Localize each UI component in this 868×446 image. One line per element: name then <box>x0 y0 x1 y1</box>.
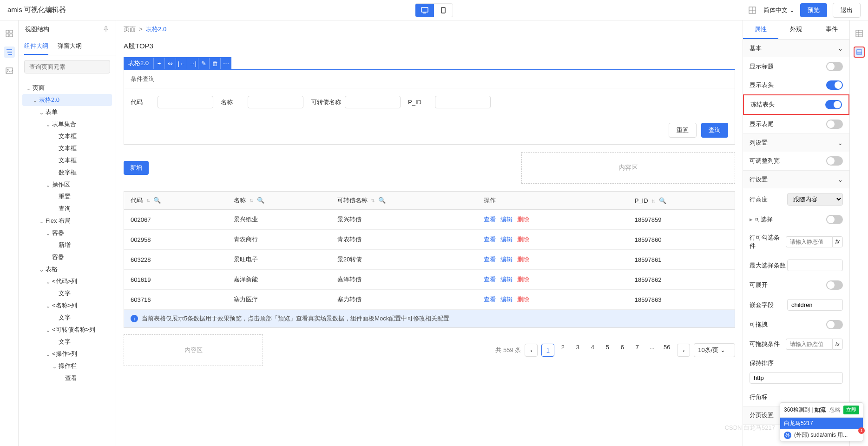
page-size-select[interactable]: 10条/页 ⌄ <box>694 343 735 357</box>
freeze-header-toggle[interactable] <box>825 100 842 109</box>
tree-item[interactable]: ⌄表单集合 <box>22 118 112 130</box>
view-link[interactable]: 查看 <box>484 276 496 283</box>
tool-more[interactable]: ⋯ <box>220 58 231 69</box>
edit-link[interactable]: 编辑 <box>500 256 513 263</box>
page-number[interactable]: 5 <box>601 344 614 357</box>
nested-field-input[interactable] <box>787 299 843 311</box>
delete-link[interactable]: 删除 <box>517 236 529 243</box>
tree-item[interactable]: ⌄表格2.0 <box>22 94 112 106</box>
column-header[interactable]: 名称 ⇅ 🔍 <box>227 192 330 210</box>
draggable-toggle[interactable] <box>826 320 843 329</box>
page-number[interactable]: ... <box>645 344 658 357</box>
adjustable-width-toggle[interactable] <box>826 156 843 166</box>
tool-add[interactable]: + <box>153 58 164 69</box>
tree-item[interactable]: ⌄容器 <box>22 227 112 239</box>
field-input[interactable] <box>345 96 401 108</box>
drag-condition-input[interactable] <box>786 339 832 350</box>
section-columns[interactable]: 列设置⌄ <box>743 134 849 152</box>
selectable-toggle[interactable] <box>826 215 843 224</box>
tree-item[interactable]: ⌄<名称>列 <box>22 300 112 312</box>
tab-events[interactable]: 事件 <box>814 20 849 39</box>
pin-icon[interactable] <box>103 26 109 33</box>
field-input[interactable] <box>435 96 491 108</box>
edit-link[interactable]: 编辑 <box>500 276 513 283</box>
tree-item[interactable]: 新增 <box>22 239 112 251</box>
delete-link[interactable]: 删除 <box>517 296 529 303</box>
tool-move-left[interactable]: |← <box>176 58 187 69</box>
tree-item[interactable]: ⌄<操作>列 <box>22 348 112 360</box>
reset-button[interactable]: 重置 <box>669 123 697 138</box>
immediate-button[interactable]: 立即 <box>843 406 859 414</box>
view-link[interactable]: 查看 <box>484 256 496 263</box>
grid-icon[interactable] <box>747 5 758 16</box>
fx-button[interactable]: fx <box>832 236 843 247</box>
column-header[interactable]: 代码 ⇅ 🔍 <box>124 192 227 210</box>
tree-item[interactable]: 文本框 <box>22 154 112 166</box>
tree-item[interactable]: 文本框 <box>22 142 112 154</box>
tool-delete[interactable]: 🗑 <box>209 58 220 69</box>
mobile-view-button[interactable] <box>434 4 453 17</box>
next-page-button[interactable]: › <box>677 344 690 357</box>
tree-item[interactable]: ⌄页面 <box>22 82 112 94</box>
delete-link[interactable]: 删除 <box>517 276 529 283</box>
tree-item[interactable]: 文字 <box>22 287 112 300</box>
tree-item[interactable]: 文字 <box>22 312 112 324</box>
tab-dialog-outline[interactable]: 弹窗大纲 <box>58 38 82 55</box>
prev-page-button[interactable]: ‹ <box>525 344 538 357</box>
tree-item[interactable]: 重置 <box>22 191 112 203</box>
tree-item[interactable]: ⌄<代码>列 <box>22 275 112 287</box>
tree-item[interactable]: 查询 <box>22 203 112 215</box>
edit-link[interactable]: 编辑 <box>500 236 513 243</box>
notif-message[interactable]: 外 (外部) suda/amis 用... 1 <box>780 429 863 441</box>
add-button[interactable]: 新增 <box>124 161 149 175</box>
edit-link[interactable]: 编辑 <box>500 296 513 303</box>
row-height-select[interactable]: 跟随内容 <box>787 193 843 206</box>
tree-item[interactable]: 容器 <box>22 251 112 263</box>
view-link[interactable]: 查看 <box>484 296 496 303</box>
image-icon[interactable] <box>4 65 15 76</box>
edit-link[interactable]: 编辑 <box>500 216 513 223</box>
column-header[interactable]: 可转债名称 ⇅ 🔍 <box>331 192 477 210</box>
column-header[interactable]: 操作 <box>477 192 628 210</box>
tool-edit[interactable]: ✎ <box>198 58 209 69</box>
section-basic[interactable]: 基本⌄ <box>743 40 849 57</box>
desktop-view-button[interactable] <box>415 4 434 17</box>
check-condition-input[interactable] <box>786 236 832 247</box>
tab-component-outline[interactable]: 组件大纲 <box>24 38 48 55</box>
notif-user[interactable]: 白龙马5217 <box>780 418 863 429</box>
tree-item[interactable]: ⌄操作栏 <box>22 360 112 372</box>
tree-item[interactable]: ⌄Flex 布局 <box>22 215 112 227</box>
components-icon[interactable] <box>4 28 15 39</box>
ignore-link[interactable]: 忽略 <box>829 406 841 414</box>
table-detail-icon[interactable] <box>854 47 865 58</box>
column-header[interactable]: P_ID ⇅ 🔍 <box>628 192 735 210</box>
page-number[interactable]: 1 <box>541 344 554 357</box>
fx-button[interactable]: fx <box>832 339 843 350</box>
delete-link[interactable]: 删除 <box>517 256 529 263</box>
tree-item[interactable]: 文字 <box>22 336 112 348</box>
tree-item[interactable]: ⌄表格 <box>22 263 112 275</box>
field-input[interactable] <box>248 96 303 108</box>
show-title-toggle[interactable] <box>826 62 843 71</box>
tree-item[interactable]: 数字框 <box>22 166 112 179</box>
delete-link[interactable]: 删除 <box>517 216 529 223</box>
preview-button[interactable]: 预览 <box>800 3 827 17</box>
keep-order-input[interactable] <box>750 372 843 384</box>
page-number[interactable]: 6 <box>616 344 629 357</box>
tree-item[interactable]: 查看 <box>22 372 112 384</box>
expandable-toggle[interactable] <box>826 280 843 290</box>
field-input[interactable] <box>158 96 213 108</box>
show-footer-toggle[interactable] <box>826 120 843 129</box>
tool-move-right[interactable]: →| <box>187 58 198 69</box>
outline-icon[interactable] <box>4 47 15 58</box>
view-link[interactable]: 查看 <box>484 236 496 243</box>
search-input[interactable] <box>24 60 110 73</box>
max-select-input[interactable] <box>787 260 843 271</box>
page-number[interactable]: 2 <box>556 344 569 357</box>
tree-item[interactable]: ⌄表单 <box>22 106 112 118</box>
page-number[interactable]: 7 <box>631 344 644 357</box>
tree-item[interactable]: 文本框 <box>22 130 112 142</box>
page-number[interactable]: 56 <box>660 344 673 357</box>
tab-properties[interactable]: 属性 <box>743 20 778 39</box>
view-link[interactable]: 查看 <box>484 216 496 223</box>
